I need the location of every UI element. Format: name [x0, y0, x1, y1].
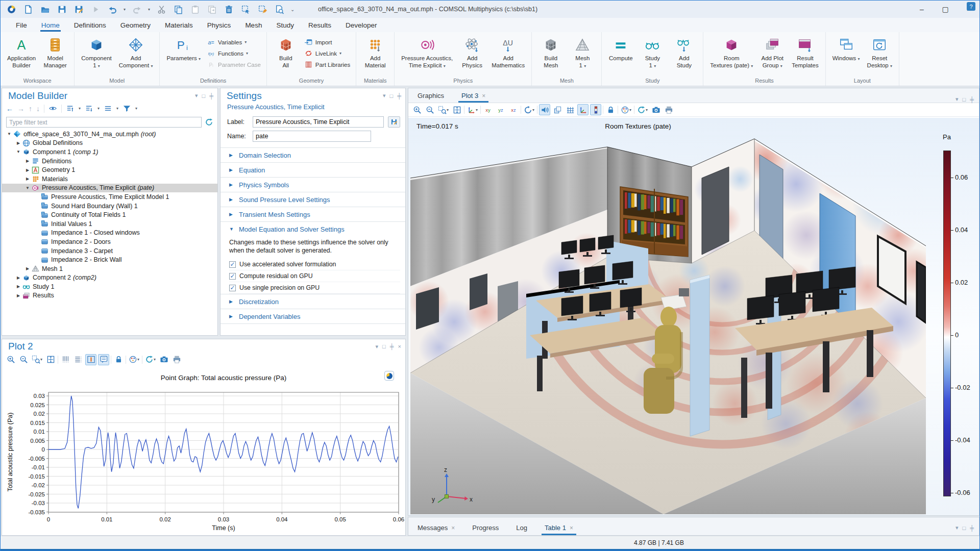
- float-panel-icon[interactable]: □: [202, 93, 206, 99]
- ribbon-button-add-study[interactable]: AddStudy: [669, 35, 699, 76]
- update-plot-icon[interactable]: ▾: [144, 354, 157, 365]
- tree-node-materials[interactable]: ▶ Materials: [2, 174, 217, 184]
- float-panel-icon[interactable]: □: [963, 525, 966, 531]
- show-grid-icon[interactable]: [565, 104, 576, 115]
- checkbox-use-accelerated-solver-formulation[interactable]: ✓Use accelerated solver formulation: [229, 259, 400, 270]
- dropdown-caret-icon[interactable]: ▾: [124, 7, 126, 12]
- ribbon-button-add-physics[interactable]: AddPhysics: [457, 35, 487, 76]
- new-file-icon[interactable]: [22, 4, 34, 15]
- x-grid-icon[interactable]: [60, 354, 71, 365]
- graphics-canvas[interactable]: Time=0.017 s Room Textures (pate): [408, 118, 979, 515]
- ribbon-button-add-mathematics[interactable]: AddMathematics: [489, 35, 527, 76]
- refresh-filter-icon[interactable]: [205, 118, 213, 127]
- tree-node-pressure-acoustics-time-explicit-model-1[interactable]: Pressure Acoustics, Time Explicit Model …: [2, 192, 217, 202]
- section-equation[interactable]: ▶Equation: [220, 162, 405, 177]
- zoom-in-icon[interactable]: [411, 104, 423, 115]
- ribbon-button-part-libraries[interactable]: Part Libraries: [303, 60, 352, 69]
- filter-icon[interactable]: [122, 104, 131, 113]
- pin-panel-icon[interactable]: ╪: [397, 93, 401, 99]
- move-up-icon[interactable]: ↑: [29, 105, 32, 113]
- view-yz-icon[interactable]: yz: [495, 104, 506, 115]
- tree-node-component-1[interactable]: ▼ Component 1(comp 1): [2, 147, 217, 157]
- ribbon-button-pressure-acoustics-time-explicit[interactable]: Pressure Acoustics,Time Explicit ▾: [399, 35, 455, 76]
- tree-node-impedance-1-closed-windows[interactable]: Impedance 1 - Closed windows: [2, 229, 217, 238]
- panel-menu-icon[interactable]: ▾: [195, 92, 198, 99]
- minimize-button[interactable]: –: [910, 1, 934, 18]
- run-icon[interactable]: [90, 4, 101, 15]
- open-file-icon[interactable]: [39, 4, 51, 15]
- undo-icon[interactable]: [107, 4, 118, 15]
- ribbon-button-build-mesh[interactable]: BuildMesh: [536, 35, 566, 76]
- float-panel-icon[interactable]: □: [390, 93, 394, 99]
- help-icon[interactable]: ?: [967, 2, 975, 11]
- model-tree-node-text-icon[interactable]: [104, 104, 112, 113]
- checkbox-use-single-precision-on-gpu[interactable]: ✓Use single precision on GPU: [229, 282, 400, 294]
- pin-panel-icon[interactable]: ╪: [390, 343, 394, 349]
- menu-file[interactable]: File: [10, 19, 33, 31]
- close-tab-icon[interactable]: ×: [451, 524, 455, 532]
- ribbon-button-room-textures-pate[interactable]: RoomTextures (pate) ▾: [707, 35, 755, 76]
- show-icon[interactable]: [48, 104, 57, 113]
- ribbon-button-add-material[interactable]: AddMaterial: [360, 35, 390, 76]
- nav-forward-icon[interactable]: →: [17, 105, 24, 113]
- tree-node-component-2[interactable]: ▶ Component 2(comp2): [2, 273, 217, 283]
- expand-tree-icon[interactable]: [85, 104, 93, 113]
- transparency-icon[interactable]: [552, 104, 563, 115]
- tree-filter-input[interactable]: [6, 117, 202, 128]
- plot2-canvas[interactable]: 00.010.020.030.040.050.060.030.0250.020.…: [2, 367, 405, 535]
- menu-developer[interactable]: Developer: [339, 19, 383, 31]
- section-model-equation-and-solver-settings[interactable]: ▼Model Equation and Solver Settings: [220, 221, 405, 236]
- dropdown-caret-icon[interactable]: ▾: [148, 7, 150, 12]
- annotation-toggle-icon[interactable]: [98, 354, 109, 365]
- section-physics-symbols[interactable]: ▶Physics Symbols: [220, 177, 405, 192]
- copy-icon[interactable]: [173, 4, 184, 15]
- view-xz-icon[interactable]: xz: [508, 104, 519, 115]
- tree-node-impedance-3-carpet[interactable]: Impedance 3 - Carpet: [2, 246, 217, 256]
- ribbon-button-mesh-1[interactable]: Mesh1 ▾: [568, 35, 597, 76]
- tree-node-continuity-of-total-fields-1[interactable]: Continuity of Total Fields 1: [2, 210, 217, 219]
- tab-graphics[interactable]: Graphics: [416, 92, 445, 103]
- move-down-icon[interactable]: ↓: [36, 105, 40, 113]
- menu-study[interactable]: Study: [270, 19, 300, 31]
- tree-node-study-1[interactable]: ▶ Study 1: [2, 282, 217, 291]
- ribbon-button-add-component[interactable]: AddComponent ▾: [116, 35, 156, 76]
- sound-toggle-icon[interactable]: [539, 104, 550, 115]
- ribbon-button-add-plot-group[interactable]: Add PlotGroup ▾: [757, 35, 787, 76]
- section-transient-mesh-settings[interactable]: ▶Transient Mesh Settings: [220, 207, 405, 221]
- section-dependent-variables[interactable]: ▶Dependent Variables: [220, 309, 405, 323]
- print-icon[interactable]: [171, 354, 182, 365]
- select-box-icon[interactable]: [240, 4, 251, 15]
- menu-results[interactable]: Results: [302, 19, 337, 31]
- close-panel-icon[interactable]: ×: [398, 343, 401, 349]
- zoom-extents-icon[interactable]: [451, 104, 462, 115]
- zoom-box-icon[interactable]: ▾: [31, 354, 43, 365]
- section-domain-selection[interactable]: ▶Domain Selection: [220, 147, 405, 162]
- close-tab-icon[interactable]: ×: [482, 92, 485, 99]
- dock-tab-messages[interactable]: Messages×: [416, 524, 456, 535]
- show-color-legend-icon[interactable]: [590, 104, 601, 115]
- nav-back-icon[interactable]: ←: [6, 105, 13, 113]
- section-discretization[interactable]: ▶Discretization: [220, 294, 405, 309]
- tree-node-mesh-1[interactable]: ▶ Mesh 1: [2, 264, 217, 273]
- ribbon-button-parameters[interactable]: Parameters ▾: [164, 35, 203, 76]
- save-as-icon[interactable]: [73, 4, 84, 15]
- delete-icon[interactable]: [223, 4, 234, 15]
- y-grid-icon[interactable]: [72, 354, 84, 365]
- menu-home[interactable]: Home: [35, 19, 66, 31]
- ribbon-button-livelink[interactable]: LiveLink▾: [303, 48, 352, 58]
- ribbon-button-study-1[interactable]: Study1 ▾: [638, 35, 667, 76]
- duplicate-icon[interactable]: [206, 4, 217, 15]
- tree-node-results[interactable]: ▶ Results: [2, 291, 217, 300]
- view-xy-icon[interactable]: xy: [482, 104, 494, 115]
- pin-panel-icon[interactable]: ╪: [209, 93, 213, 99]
- tree-node-definitions[interactable]: ▶ Definitions: [2, 157, 217, 166]
- tree-node-geometry-1[interactable]: ▶ Geometry 1: [2, 165, 217, 174]
- view-orientation-icon[interactable]: ▾: [466, 104, 479, 115]
- zoom-out-icon[interactable]: [424, 104, 435, 115]
- tree-node-sound-hard-boundary-wall-1[interactable]: Sound Hard Boundary (Wall) 1: [2, 202, 217, 211]
- menu-definitions[interactable]: Definitions: [68, 19, 112, 31]
- ribbon-button-application-builder[interactable]: ApplicationBuilder: [5, 35, 38, 76]
- pin-panel-icon[interactable]: ╪: [970, 525, 974, 531]
- menu-materials[interactable]: Materials: [159, 19, 199, 31]
- panel-menu-icon[interactable]: ▾: [955, 524, 959, 531]
